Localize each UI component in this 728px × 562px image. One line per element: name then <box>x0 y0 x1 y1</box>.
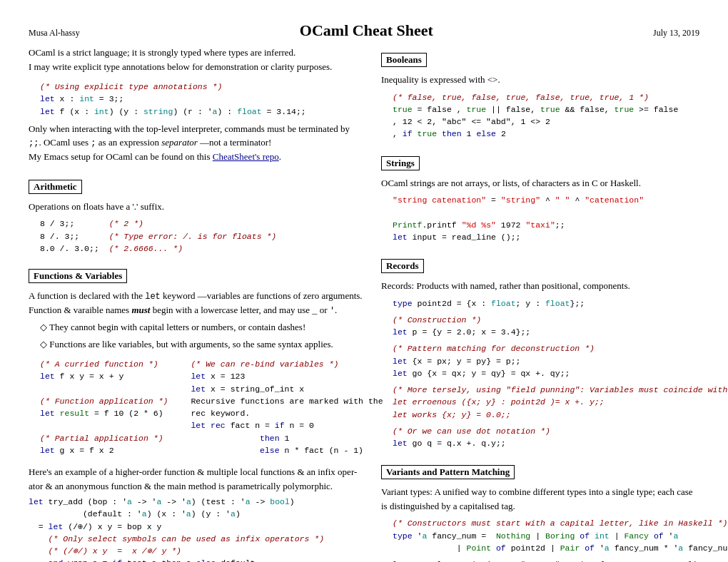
records-desc: Records: Products with named, rather tha… <box>381 279 728 293</box>
variants-constructor-comment: (* Constructors must start with a capita… <box>393 517 728 554</box>
left-column: OCaml is a strict language; it is strong… <box>29 46 364 562</box>
records-pattern-code: (* Pattern matching for deconstruction *… <box>393 342 728 379</box>
date: July 13, 2019 <box>653 28 699 39</box>
records-type-code: type point2d = {x : float; y : float};; <box>393 297 728 310</box>
records-construct-code: (* Construction *) let p = {y = 2.0; x =… <box>393 314 728 339</box>
strings-section: Strings OCaml strings are not arrays, or… <box>381 149 728 244</box>
right-column: Booleans Inequality is expressed with <>… <box>381 46 728 562</box>
arithmetic-note: Operations on floats have a '.' suffix. <box>29 200 364 214</box>
arithmetic-code: 8 / 3;; (* 2 *) 8 /. 3;; (* Type error: … <box>40 218 364 255</box>
fn-note2: ◇ Functions are like variables, but with… <box>40 337 364 352</box>
fn-note1: ◇ They cannot begin with capital letters… <box>40 320 364 334</box>
variants-desc: Variant types: A unified way to combine … <box>381 485 728 513</box>
arithmetic-title: Arithmetic <box>29 180 82 194</box>
records-dot-code: (* Or we can use dot notation *) let go … <box>393 425 728 450</box>
intro-line1: OCaml is a strict language; it is strong… <box>29 47 295 58</box>
booleans-desc: Inequality is expressed with <>. <box>381 73 728 87</box>
arithmetic-section: Arithmetic Operations on floats have a '… <box>29 173 364 255</box>
booleans-title: Booleans <box>381 53 427 67</box>
higher-order-desc: Here's an example of a higher-order func… <box>29 465 364 493</box>
strings-title: Strings <box>381 156 420 170</box>
intro-code: (* Using explicit type annotations *) le… <box>40 81 364 118</box>
page: Musa Al-hassy OCaml Cheat Sheet July 13,… <box>0 0 728 562</box>
main-layout: OCaml is a strict language; it is strong… <box>29 46 699 562</box>
booleans-section: Booleans Inequality is expressed with <>… <box>381 46 728 140</box>
records-punning-code: (* More tersely, using "field punning": … <box>393 384 728 421</box>
header: Musa Al-hassy OCaml Cheat Sheet July 13,… <box>29 21 699 40</box>
intro-text: OCaml is a strict language; it is strong… <box>29 46 364 73</box>
higher-order-code: let try_add (bop : 'a -> 'a -> 'a) (test… <box>29 496 364 562</box>
functions-code: (* A curried function *) let f x y = x +… <box>29 354 364 461</box>
records-title: Records <box>381 259 424 273</box>
variants-title: Variants and Pattern Matching <box>381 465 515 479</box>
functions-right-text: (* We can re-bind variables *) let x = 1… <box>179 354 383 461</box>
title: OCaml Cheat Sheet <box>80 21 653 40</box>
semicolon-note: Only when interacting with the top-level… <box>29 122 364 164</box>
functions-left-code: (* A curried function *) let f x y = x +… <box>40 358 168 456</box>
records-section: Records Records: Products with named, ra… <box>381 252 728 449</box>
intro-line2: I may write explicit type annotations be… <box>29 61 332 72</box>
functions-title: Functions & Variables <box>29 269 127 283</box>
functions-section: Functions & Variables A function is decl… <box>29 262 364 461</box>
strings-desc: OCaml strings are not arrays, or lists, … <box>381 176 728 190</box>
functions-desc: A function is declared with the let keyw… <box>29 289 364 317</box>
strings-code: "string catenation" = "string" ^ " " ^ "… <box>393 194 728 243</box>
variants-section: Variants and Pattern Matching Variant ty… <box>381 458 728 562</box>
variants-example-code: let example = Pair (Fancy "twenty", Poin… <box>393 558 728 562</box>
booleans-code: (* false, true, false, true, false, true… <box>393 91 728 140</box>
author-name: Musa Al-hassy <box>29 28 80 39</box>
